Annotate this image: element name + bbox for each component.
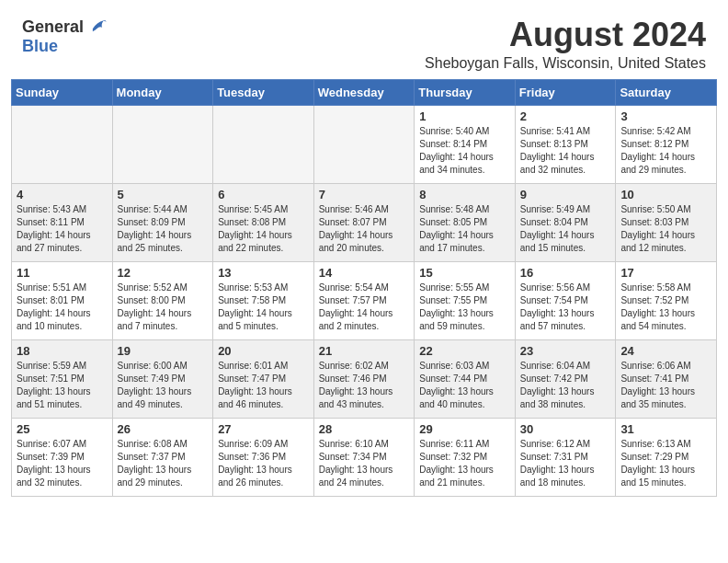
day-number: 1: [419, 109, 510, 123]
day-info: Sunrise: 5:42 AM Sunset: 8:12 PM Dayligh…: [620, 125, 711, 177]
calendar-day-header: Friday: [515, 79, 616, 105]
day-info: Sunrise: 5:51 AM Sunset: 8:01 PM Dayligh…: [17, 282, 108, 333]
page-subtitle: Sheboygan Falls, Wisconsin, United State…: [425, 55, 706, 72]
day-number: 16: [520, 266, 611, 280]
calendar-day-cell: 3Sunrise: 5:42 AM Sunset: 8:12 PM Daylig…: [616, 105, 717, 183]
calendar-day-header: Monday: [112, 79, 213, 105]
day-number: 25: [17, 422, 108, 436]
day-number: 31: [620, 422, 711, 436]
calendar-table: SundayMondayTuesdayWednesdayThursdayFrid…: [11, 79, 717, 497]
calendar-day-header: Sunday: [12, 79, 113, 105]
day-number: 3: [620, 109, 711, 123]
calendar-day-cell: 18Sunrise: 5:59 AM Sunset: 7:51 PM Dayli…: [12, 339, 113, 418]
day-info: Sunrise: 6:02 AM Sunset: 7:46 PM Dayligh…: [319, 360, 410, 411]
day-number: 30: [520, 422, 611, 436]
calendar-week-row: 11Sunrise: 5:51 AM Sunset: 8:01 PM Dayli…: [12, 261, 717, 339]
day-info: Sunrise: 6:12 AM Sunset: 7:31 PM Dayligh…: [520, 438, 611, 489]
calendar-day-cell: 25Sunrise: 6:07 AM Sunset: 7:39 PM Dayli…: [12, 418, 113, 496]
calendar-day-cell: 12Sunrise: 5:52 AM Sunset: 8:00 PM Dayli…: [112, 261, 213, 339]
day-info: Sunrise: 5:55 AM Sunset: 7:55 PM Dayligh…: [419, 282, 510, 333]
calendar-day-cell: 31Sunrise: 6:13 AM Sunset: 7:29 PM Dayli…: [616, 418, 717, 496]
calendar-day-header: Thursday: [415, 79, 516, 105]
calendar-header-row: SundayMondayTuesdayWednesdayThursdayFrid…: [12, 79, 717, 105]
calendar-day-header: Saturday: [616, 79, 717, 105]
day-info: Sunrise: 5:49 AM Sunset: 8:04 PM Dayligh…: [520, 203, 611, 255]
calendar-day-cell: [313, 105, 415, 183]
calendar-day-header: Tuesday: [213, 79, 314, 105]
day-info: Sunrise: 6:13 AM Sunset: 7:29 PM Dayligh…: [620, 438, 711, 489]
day-info: Sunrise: 5:52 AM Sunset: 8:00 PM Dayligh…: [118, 282, 209, 333]
day-info: Sunrise: 5:46 AM Sunset: 8:07 PM Dayligh…: [319, 203, 410, 255]
calendar-day-cell: [12, 105, 113, 183]
day-number: 17: [620, 266, 711, 280]
calendar-day-cell: 1Sunrise: 5:40 AM Sunset: 8:14 PM Daylig…: [415, 105, 516, 183]
day-number: 27: [218, 422, 309, 436]
day-info: Sunrise: 5:43 AM Sunset: 8:11 PM Dayligh…: [17, 203, 108, 255]
calendar-week-row: 4Sunrise: 5:43 AM Sunset: 8:11 PM Daylig…: [12, 183, 717, 261]
calendar-day-cell: 28Sunrise: 6:10 AM Sunset: 7:34 PM Dayli…: [313, 418, 415, 496]
day-number: 18: [17, 344, 108, 358]
day-number: 8: [419, 188, 510, 201]
calendar-day-cell: 21Sunrise: 6:02 AM Sunset: 7:46 PM Dayli…: [313, 339, 415, 418]
day-number: 9: [520, 188, 611, 201]
day-number: 2: [520, 109, 611, 123]
calendar-day-cell: 5Sunrise: 5:44 AM Sunset: 8:09 PM Daylig…: [112, 183, 213, 261]
day-info: Sunrise: 6:10 AM Sunset: 7:34 PM Dayligh…: [319, 438, 410, 489]
calendar-day-cell: 27Sunrise: 6:09 AM Sunset: 7:36 PM Dayli…: [213, 418, 314, 496]
day-info: Sunrise: 5:40 AM Sunset: 8:14 PM Dayligh…: [419, 125, 510, 177]
calendar-day-cell: 2Sunrise: 5:41 AM Sunset: 8:13 PM Daylig…: [515, 105, 616, 183]
calendar-day-cell: [112, 105, 213, 183]
day-number: 7: [319, 188, 410, 201]
calendar-day-cell: 22Sunrise: 6:03 AM Sunset: 7:44 PM Dayli…: [415, 339, 516, 418]
calendar-day-cell: 26Sunrise: 6:08 AM Sunset: 7:37 PM Dayli…: [112, 418, 213, 496]
day-info: Sunrise: 6:04 AM Sunset: 7:42 PM Dayligh…: [520, 360, 611, 411]
calendar-day-cell: 15Sunrise: 5:55 AM Sunset: 7:55 PM Dayli…: [415, 261, 516, 339]
calendar-day-cell: 7Sunrise: 5:46 AM Sunset: 8:07 PM Daylig…: [313, 183, 415, 261]
calendar-day-cell: 30Sunrise: 6:12 AM Sunset: 7:31 PM Dayli…: [515, 418, 616, 496]
calendar-day-cell: 6Sunrise: 5:45 AM Sunset: 8:08 PM Daylig…: [213, 183, 314, 261]
day-info: Sunrise: 5:41 AM Sunset: 8:13 PM Dayligh…: [520, 125, 611, 177]
day-number: 22: [419, 344, 510, 358]
calendar-day-cell: 9Sunrise: 5:49 AM Sunset: 8:04 PM Daylig…: [515, 183, 616, 261]
calendar-week-row: 1Sunrise: 5:40 AM Sunset: 8:14 PM Daylig…: [12, 105, 717, 183]
calendar-day-cell: 10Sunrise: 5:50 AM Sunset: 8:03 PM Dayli…: [616, 183, 717, 261]
day-number: 21: [319, 344, 410, 358]
calendar-day-cell: 23Sunrise: 6:04 AM Sunset: 7:42 PM Dayli…: [515, 339, 616, 418]
calendar-day-cell: 20Sunrise: 6:01 AM Sunset: 7:47 PM Dayli…: [213, 339, 314, 418]
day-info: Sunrise: 6:06 AM Sunset: 7:41 PM Dayligh…: [620, 360, 711, 411]
logo-bird-icon: [87, 17, 108, 37]
calendar-day-cell: 11Sunrise: 5:51 AM Sunset: 8:01 PM Dayli…: [12, 261, 113, 339]
day-number: 28: [319, 422, 410, 436]
calendar-day-cell: [213, 105, 314, 183]
day-number: 5: [118, 188, 209, 201]
calendar-week-row: 18Sunrise: 5:59 AM Sunset: 7:51 PM Dayli…: [12, 339, 717, 418]
calendar-day-cell: 29Sunrise: 6:11 AM Sunset: 7:32 PM Dayli…: [415, 418, 516, 496]
logo: General Blue: [22, 17, 108, 56]
day-number: 11: [17, 266, 108, 280]
logo-blue-text: Blue: [22, 37, 58, 55]
day-info: Sunrise: 6:09 AM Sunset: 7:36 PM Dayligh…: [218, 438, 309, 489]
day-info: Sunrise: 5:48 AM Sunset: 8:05 PM Dayligh…: [419, 203, 510, 255]
calendar-day-cell: 14Sunrise: 5:54 AM Sunset: 7:57 PM Dayli…: [313, 261, 415, 339]
day-number: 4: [17, 188, 108, 201]
day-info: Sunrise: 6:00 AM Sunset: 7:49 PM Dayligh…: [118, 360, 209, 411]
day-info: Sunrise: 5:59 AM Sunset: 7:51 PM Dayligh…: [17, 360, 108, 411]
page-header: General Blue August 2024 Sheboygan Falls…: [0, 0, 728, 79]
calendar-day-cell: 24Sunrise: 6:06 AM Sunset: 7:41 PM Dayli…: [616, 339, 717, 418]
calendar-week-row: 25Sunrise: 6:07 AM Sunset: 7:39 PM Dayli…: [12, 418, 717, 496]
day-number: 15: [419, 266, 510, 280]
day-number: 24: [620, 344, 711, 358]
calendar-day-header: Wednesday: [313, 79, 415, 105]
day-info: Sunrise: 6:03 AM Sunset: 7:44 PM Dayligh…: [419, 360, 510, 411]
day-info: Sunrise: 5:53 AM Sunset: 7:58 PM Dayligh…: [218, 282, 309, 333]
calendar-day-cell: 17Sunrise: 5:58 AM Sunset: 7:52 PM Dayli…: [616, 261, 717, 339]
day-number: 12: [118, 266, 209, 280]
day-info: Sunrise: 6:01 AM Sunset: 7:47 PM Dayligh…: [218, 360, 309, 411]
page-title: August 2024: [425, 17, 706, 53]
day-info: Sunrise: 5:44 AM Sunset: 8:09 PM Dayligh…: [118, 203, 209, 255]
day-number: 20: [218, 344, 309, 358]
day-info: Sunrise: 5:54 AM Sunset: 7:57 PM Dayligh…: [319, 282, 410, 333]
day-info: Sunrise: 6:07 AM Sunset: 7:39 PM Dayligh…: [17, 438, 108, 489]
day-number: 23: [520, 344, 611, 358]
calendar-day-cell: 8Sunrise: 5:48 AM Sunset: 8:05 PM Daylig…: [415, 183, 516, 261]
